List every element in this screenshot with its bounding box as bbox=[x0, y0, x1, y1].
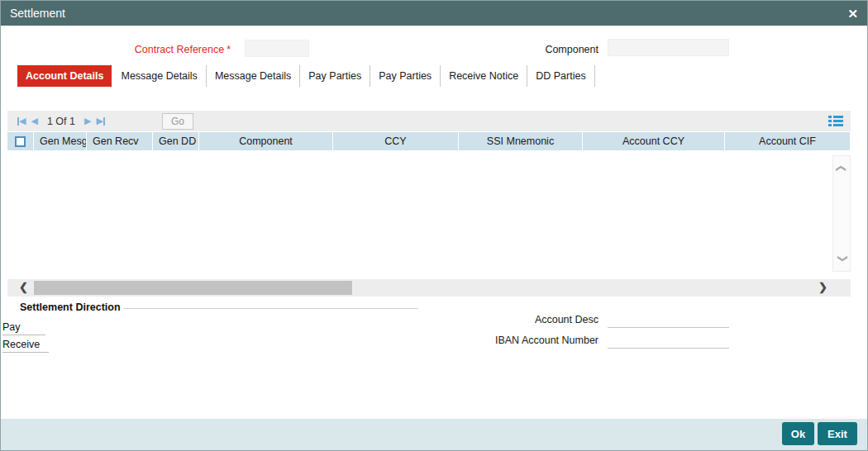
account-desc-label: Account Desc bbox=[464, 313, 599, 326]
component-field[interactable] bbox=[608, 39, 729, 56]
account-desc-input[interactable] bbox=[608, 313, 729, 328]
scroll-right-icon[interactable]: ❯ bbox=[818, 281, 827, 293]
header-ssi-mnemonic: SSI Mnemonic bbox=[459, 132, 583, 150]
grid-pager: ◀ ◀ 1 Of 1 ▶ ▶ Go bbox=[7, 111, 851, 131]
window-title: Settlement bbox=[10, 7, 65, 20]
header-checkbox-cell bbox=[7, 132, 34, 150]
page-indicator: 1 Of 1 bbox=[47, 116, 75, 127]
grid-list-icon[interactable] bbox=[828, 116, 843, 126]
last-page-icon[interactable]: ▶ bbox=[96, 116, 104, 126]
tab-message-details-2[interactable]: Message Details bbox=[207, 65, 300, 87]
settlement-direction-legend: Settlement Direction bbox=[20, 301, 121, 313]
header-account-ccy: Account CCY bbox=[583, 132, 725, 150]
tab-message-details-1[interactable]: Message Details bbox=[112, 65, 206, 87]
title-bar: Settlement ✕ bbox=[1, 1, 867, 26]
tab-account-details[interactable]: Account Details bbox=[17, 65, 112, 87]
contract-reference-field[interactable] bbox=[245, 40, 309, 57]
grid-header-row: Gen Mesg Gen Recv Gen DD Component CCY S… bbox=[7, 132, 851, 150]
tab-dd-parties[interactable]: DD Parties bbox=[527, 65, 594, 87]
scroll-left-icon[interactable]: ❮ bbox=[19, 281, 28, 293]
tab-pay-parties-1[interactable]: Pay Parties bbox=[300, 65, 370, 87]
iban-account-number-label: IBAN Account Number bbox=[447, 334, 599, 347]
tab-bar: Account Details Message Details Message … bbox=[17, 65, 595, 87]
vertical-scrollbar[interactable]: ❮ ❮ bbox=[832, 155, 851, 272]
scroll-up-icon[interactable]: ❮ bbox=[836, 160, 847, 177]
tab-pay-parties-2[interactable]: Pay Parties bbox=[370, 65, 441, 87]
component-label: Component bbox=[431, 43, 599, 56]
header-account-cif: Account CIF bbox=[725, 132, 851, 150]
header-gen-recv: Gen Recv bbox=[87, 132, 153, 150]
horizontal-scroll-thumb[interactable] bbox=[34, 281, 352, 295]
required-asterisk: * bbox=[227, 44, 231, 55]
fieldset-divider bbox=[123, 308, 418, 309]
header-gen-dd: Gen DD bbox=[153, 132, 199, 150]
previous-page-icon[interactable]: ◀ bbox=[31, 116, 37, 126]
ok-button[interactable]: Ok bbox=[782, 422, 814, 445]
settlement-dialog: Settlement ✕ Contract Reference* Compone… bbox=[0, 0, 868, 451]
receive-option[interactable]: Receive bbox=[2, 339, 49, 353]
pay-option[interactable]: Pay bbox=[2, 321, 45, 335]
contract-reference-label: Contract Reference* bbox=[1, 43, 231, 56]
tab-receive-notice[interactable]: Receive Notice bbox=[441, 65, 527, 87]
next-page-icon[interactable]: ▶ bbox=[84, 116, 91, 126]
iban-account-number-input[interactable] bbox=[608, 334, 729, 349]
footer-bar: Ok Exit bbox=[1, 419, 867, 450]
accounts-grid: ◀ ◀ 1 Of 1 ▶ ▶ Go Gen Mesg Gen Recv Gen … bbox=[7, 111, 851, 297]
go-button[interactable]: Go bbox=[162, 113, 193, 130]
header-ccy: CCY bbox=[333, 132, 459, 150]
scroll-down-icon[interactable]: ❮ bbox=[836, 250, 847, 267]
grid-body: ❮ ❮ bbox=[7, 150, 851, 273]
header-component: Component bbox=[199, 132, 333, 150]
header-gen-mesg: Gen Mesg bbox=[34, 132, 87, 150]
exit-button[interactable]: Exit bbox=[818, 422, 857, 445]
first-page-icon[interactable]: ◀ bbox=[17, 116, 26, 126]
select-all-checkbox[interactable] bbox=[15, 136, 26, 147]
close-icon[interactable]: ✕ bbox=[847, 7, 858, 20]
horizontal-scrollbar[interactable]: ❮ ❯ bbox=[7, 279, 851, 297]
